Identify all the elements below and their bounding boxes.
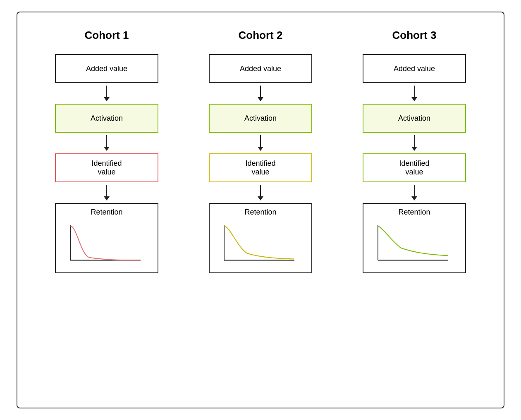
columns-container: Cohort 1 Added value Activation Identifi… — [30, 29, 491, 391]
cohort2-arrow3-line — [260, 185, 261, 196]
cohort2-arrow2-line — [260, 135, 261, 147]
cohort1-added-value-box: Added value — [55, 54, 158, 83]
cohort3-added-value-box: Added value — [363, 54, 466, 83]
cohort3-column: Cohort 3 Added value Activation Identifi… — [354, 29, 474, 273]
cohort1-arrow2 — [104, 135, 110, 151]
cohort1-arrow3 — [104, 185, 110, 200]
cohort3-arrow1-line — [414, 86, 415, 97]
cohort3-arrow1-head — [411, 97, 417, 101]
cohort2-arrow2 — [258, 135, 263, 151]
cohort1-arrow1-head — [104, 97, 110, 101]
cohort2-identified-label: Identifiedvalue — [245, 159, 275, 177]
cohort1-identified-box: Identifiedvalue — [55, 153, 158, 182]
cohort3-arrow2-line — [414, 135, 415, 147]
cohort3-identified-label: Identifiedvalue — [399, 159, 429, 177]
cohort3-activation-label: Activation — [398, 114, 430, 123]
cohort1-retention-box: Retention — [55, 203, 158, 273]
cohort2-arrow3-head — [258, 196, 263, 200]
cohort2-identified-box: Identifiedvalue — [209, 153, 312, 182]
cohort3-title: Cohort 3 — [392, 29, 437, 42]
cohort2-column: Cohort 2 Added value Activation Identifi… — [201, 29, 320, 273]
cohort3-arrow3-head — [411, 196, 417, 200]
cohort1-column: Cohort 1 Added value Activation Identifi… — [47, 29, 167, 273]
main-container: Cohort 1 Added value Activation Identifi… — [17, 12, 504, 408]
cohort1-identified-label: Identifiedvalue — [91, 159, 122, 177]
cohort1-arrow3-head — [104, 196, 110, 200]
cohort1-arrow3-line — [106, 185, 107, 196]
cohort2-activation-box: Activation — [209, 104, 312, 133]
cohort2-arrow1-line — [260, 86, 261, 97]
cohort3-arrow3 — [411, 185, 417, 200]
cohort1-arrow1-line — [106, 86, 107, 97]
cohort2-arrow3 — [258, 185, 263, 200]
cohort2-retention-label: Retention — [214, 208, 307, 217]
cohort1-added-value-label: Added value — [86, 64, 127, 73]
cohort3-retention-label: Retention — [368, 208, 461, 217]
cohort1-title: Cohort 1 — [85, 29, 129, 42]
cohort2-added-value-label: Added value — [240, 64, 281, 73]
cohort1-arrow2-line — [106, 135, 107, 147]
cohort1-activation-box: Activation — [55, 104, 158, 133]
cohort2-chart — [214, 219, 296, 268]
cohort3-added-value-label: Added value — [394, 64, 435, 73]
cohort1-retention-label: Retention — [60, 208, 153, 217]
cohort2-arrow1 — [258, 86, 263, 101]
cohort2-retention-box: Retention — [209, 203, 312, 273]
cohort2-activation-label: Activation — [244, 114, 277, 123]
cohort2-added-value-box: Added value — [209, 54, 312, 83]
cohort1-activation-label: Activation — [91, 114, 123, 123]
cohort3-arrow3-line — [414, 185, 415, 196]
cohort3-retention-box: Retention — [363, 203, 466, 273]
cohort2-arrow2-head — [258, 147, 263, 151]
cohort3-arrow1 — [411, 86, 417, 101]
cohort3-identified-box: Identifiedvalue — [363, 153, 466, 182]
cohort2-title: Cohort 2 — [239, 29, 283, 42]
cohort1-arrow2-head — [104, 147, 110, 151]
cohort1-arrow1 — [104, 86, 110, 101]
cohort3-arrow2 — [411, 135, 417, 151]
cohort1-chart — [60, 219, 143, 268]
cohort3-activation-box: Activation — [363, 104, 466, 133]
cohort2-arrow1-head — [258, 97, 263, 101]
cohort3-chart — [368, 219, 450, 268]
cohort3-arrow2-head — [411, 147, 417, 151]
